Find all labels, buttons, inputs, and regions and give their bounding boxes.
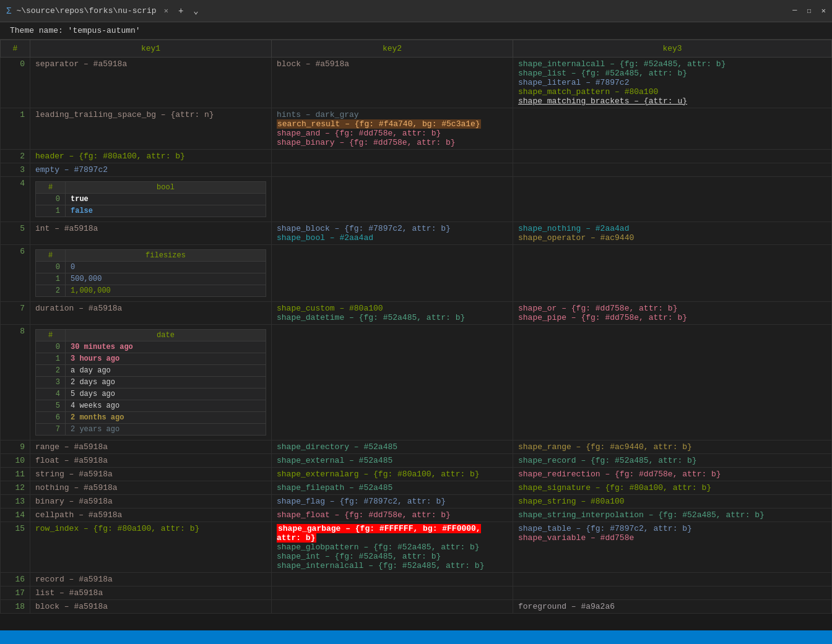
maximize-button[interactable]: ☐	[807, 6, 812, 15]
row-col2: shape_flag – {fg: #7897c2, attr: b}	[272, 495, 513, 509]
theme-name-text: Theme name: 'tempus-autumn'	[10, 26, 141, 35]
row-col2	[272, 325, 513, 440]
table-row: 12 nothing – #a5918a shape_filepath – #5…	[1, 481, 832, 495]
row-col1: record – #a5918a	[30, 573, 272, 586]
row-col1: float – #a5918a	[30, 454, 272, 468]
mini-row-val: 5 days ago	[66, 389, 266, 400]
row-col1: block – #a5918a	[30, 600, 272, 614]
mini-table-row: 0 true	[36, 194, 266, 205]
table-row: 8 # date 0 30 minutes ago	[1, 325, 832, 440]
row-index: 8	[1, 325, 30, 440]
row-index: 2	[1, 150, 30, 163]
table-row: 7 duration – #a5918a shape_custom – #80a…	[1, 302, 832, 325]
row-col3	[513, 573, 832, 586]
mini-table-row: 3 2 days ago	[36, 377, 266, 389]
row-col2: block – #a5918a	[272, 58, 513, 108]
row-col1: # bool 0 true 1 false	[30, 177, 272, 222]
mini-row-val: false	[66, 205, 266, 217]
mini-row-val: 500,000	[66, 273, 266, 285]
col-header-index: #	[1, 40, 30, 58]
row-index: 5	[1, 222, 30, 245]
table-row: 2 header – {fg: #80a100, attr: b}	[1, 150, 832, 163]
bool-mini-table: # bool 0 true 1 false	[35, 181, 266, 217]
row-col3: shape_internalcall – {fg: #52a485, attr:…	[513, 58, 832, 108]
mini-row-index: 2	[36, 365, 66, 377]
table-row: 1 leading_trailing_space_bg – {attr: n} …	[1, 108, 832, 150]
row-col2: shape_custom – #80a100 shape_datetime – …	[272, 302, 513, 325]
row-col1: cellpath – #a5918a	[30, 509, 272, 522]
mini-table-row: 2 a day ago	[36, 365, 266, 377]
mini-table-row: 5 4 weeks ago	[36, 400, 266, 412]
row-index: 0	[1, 58, 30, 108]
row-col2: shape_external – #52a485	[272, 454, 513, 468]
row-col1: leading_trailing_space_bg – {attr: n}	[30, 108, 272, 150]
row-col2: shape_block – {fg: #7897c2, attr: b} sha…	[272, 222, 513, 245]
new-tab-button[interactable]: +	[178, 6, 183, 16]
row-col2: shape_garbage – {fg: #FFFFFF, bg: #FF000…	[272, 522, 513, 573]
row-col1: string – #a5918a	[30, 468, 272, 481]
mini-row-index: 0	[36, 194, 66, 205]
mini-row-val: 30 minutes ago	[66, 341, 266, 353]
mini-row-val: 2 months ago	[66, 412, 266, 424]
row-index: 13	[1, 495, 30, 509]
row-col3	[513, 177, 832, 222]
row-col3	[513, 586, 832, 600]
mini-row-val: a day ago	[66, 365, 266, 377]
row-col2	[272, 150, 513, 163]
row-col3: shape_or – {fg: #dd758e, attr: b} shape_…	[513, 302, 832, 325]
mini-row-index: 1	[36, 353, 66, 365]
row-col3: shape_string – #80a100	[513, 495, 832, 509]
mini-col-index: #	[36, 250, 66, 262]
mini-row-index: 5	[36, 400, 66, 412]
row-col3: shape_string_interpolation – {fg: #52a48…	[513, 509, 832, 522]
row-col3: foreground – #a9a2a6	[513, 600, 832, 614]
terminal-icon: Σ	[6, 6, 11, 16]
table-row: 0 separator – #a5918a block – #a5918a sh…	[1, 58, 832, 108]
mini-row-index: 0	[36, 341, 66, 353]
mini-col-date: date	[66, 330, 266, 341]
row-index: 3	[1, 163, 30, 177]
row-col1: separator – #a5918a	[30, 58, 272, 108]
row-col3: shape_nothing – #2aa4ad shape_operator –…	[513, 222, 832, 245]
tab-close-button[interactable]: ✕	[164, 6, 168, 15]
row-index: 16	[1, 573, 30, 586]
table-row: 15 row_index – {fg: #80a100, attr: b} sh…	[1, 522, 832, 573]
row-index: 6	[1, 245, 30, 302]
minimize-button[interactable]: —	[792, 6, 797, 15]
row-col3: shape_signature – {fg: #80a100, attr: b}	[513, 481, 832, 495]
mini-row-index: 7	[36, 424, 66, 436]
row-col2	[272, 600, 513, 614]
col-header-key2: key2	[272, 40, 513, 58]
row-col2: shape_float – {fg: #dd758e, attr: b}	[272, 509, 513, 522]
tab-dropdown-button[interactable]: ⌄	[193, 6, 198, 16]
mini-row-val: 0	[66, 262, 266, 273]
mini-table-row: 2 1,000,000	[36, 285, 266, 297]
mini-col-index: #	[36, 330, 66, 341]
mini-row-val: 3 hours ago	[66, 353, 266, 365]
mini-col-bool: bool	[66, 182, 266, 194]
row-col1: empty – #7897c2	[30, 163, 272, 177]
table-row: 5 int – #a5918a shape_block – {fg: #7897…	[1, 222, 832, 245]
row-index: 15	[1, 522, 30, 573]
data-table: # key1 key2 key3 0 separator – #a5918a b…	[0, 40, 832, 614]
mini-col-filesizes: filesizes	[66, 250, 266, 262]
mini-row-val: 1,000,000	[66, 285, 266, 297]
col-header-key1: key1	[30, 40, 272, 58]
row-col2	[272, 573, 513, 586]
mini-row-val: true	[66, 194, 266, 205]
row-col1: # filesizes 0 0 1 500,000	[30, 245, 272, 302]
table-row: 9 range – #a5918a shape_directory – #52a…	[1, 440, 832, 454]
row-col1: nothing – #a5918a	[30, 481, 272, 495]
row-col3	[513, 163, 832, 177]
table-row: 14 cellpath – #a5918a shape_float – {fg:…	[1, 509, 832, 522]
row-col2	[272, 163, 513, 177]
mini-row-index: 2	[36, 285, 66, 297]
mini-table-row: 0 0	[36, 262, 266, 273]
tab-label[interactable]: ~\source\repos\forks\nu-scrip	[16, 6, 156, 15]
mini-row-index: 0	[36, 262, 66, 273]
mini-row-val: 2 days ago	[66, 377, 266, 389]
mini-row-index: 3	[36, 377, 66, 389]
table-row: 17 list – #a5918a	[1, 586, 832, 600]
row-col2: hints – dark_gray search_result – {fg: #…	[272, 108, 513, 150]
close-button[interactable]: ✕	[821, 6, 826, 15]
